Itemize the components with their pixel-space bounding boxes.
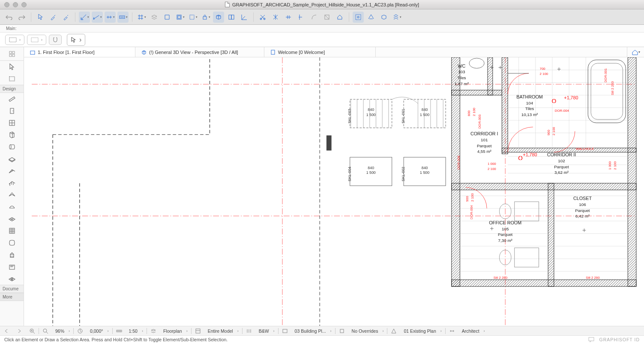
2d3d-button[interactable] — [213, 12, 224, 23]
marquee-tool[interactable] — [0, 73, 24, 85]
undo-button[interactable] — [3, 12, 15, 23]
fillet-button[interactable] — [309, 12, 320, 23]
grid-view-icon[interactable] — [9, 51, 15, 57]
minimize-window-icon[interactable] — [13, 2, 18, 7]
arrow-tool-selected[interactable]: › — [67, 34, 85, 46]
zoom-window-icon[interactable] — [21, 2, 27, 7]
overrides[interactable]: No Overrides› — [348, 326, 387, 335]
svg-rect-159 — [196, 329, 200, 333]
stair-tool[interactable] — [0, 165, 24, 177]
railing-tool[interactable] — [0, 177, 24, 189]
svg-text:Tiles: Tiles — [525, 106, 534, 111]
main-toolbar: ▾ ▾ ▾ ▾ ▾ ▾ ▾ ▾ ▾ — [0, 9, 644, 25]
pen-set[interactable]: B&W› — [255, 326, 278, 335]
svg-text:10,13 m²: 10,13 m² — [521, 112, 538, 117]
snap-point-button[interactable]: ▾ — [92, 12, 103, 23]
adjust-button[interactable] — [283, 12, 294, 23]
nav-back[interactable] — [0, 326, 13, 335]
snap-guide-button[interactable]: ▾ — [105, 12, 116, 23]
magnet-toggle[interactable] — [49, 35, 62, 45]
lock-button[interactable]: ▾ — [200, 12, 211, 23]
dimension-button[interactable]: ▾ — [117, 12, 129, 23]
close-window-icon[interactable] — [4, 2, 9, 7]
zoom-fit[interactable] — [39, 326, 52, 335]
model-filter[interactable]: Entire Model› — [204, 326, 242, 335]
layers-button[interactable] — [149, 12, 160, 23]
window-button[interactable]: ▾ — [174, 12, 186, 23]
svg-rect-153 — [515, 248, 539, 267]
roof-tool[interactable] — [0, 189, 24, 201]
skylight-tool[interactable] — [0, 213, 24, 225]
object-tool[interactable] — [0, 249, 24, 261]
ruler-button[interactable]: ▾ — [79, 12, 90, 23]
orientation-icon[interactable] — [74, 326, 87, 335]
svg-text:+1,780: +1,780 — [523, 152, 537, 157]
window-tool[interactable] — [0, 117, 24, 129]
split-button[interactable] — [270, 12, 281, 23]
teamwork-button[interactable] — [353, 12, 364, 23]
trace-button[interactable] — [162, 12, 173, 23]
grid-button[interactable]: ▾ — [136, 12, 147, 23]
morph-tool[interactable] — [0, 237, 24, 249]
brand-id[interactable]: GRAPHISOFT ID — [599, 337, 640, 342]
messaging-icon[interactable] — [588, 337, 594, 342]
home-button[interactable] — [334, 12, 345, 23]
cut-button[interactable] — [257, 12, 268, 23]
svg-text:840: 840 — [422, 166, 428, 170]
tab-home-button[interactable]: ▾ — [627, 47, 644, 57]
tab-welcome[interactable]: Welcome [0 Welcome] — [264, 47, 376, 57]
material-button[interactable] — [226, 12, 237, 23]
svg-rect-25 — [10, 254, 14, 257]
renovation-button[interactable] — [365, 12, 377, 23]
tab-3d-view[interactable]: (!) General 3D View - Perspective [3D / … — [135, 47, 264, 57]
dim-standard-icon[interactable] — [446, 326, 458, 335]
column-tool[interactable] — [0, 129, 24, 141]
room-label-corr2: CORRIDOR II 102 Parquet 3,62 m² — [547, 152, 576, 175]
intersect-button[interactable] — [296, 12, 307, 23]
svg-text:2 100: 2 100 — [613, 161, 617, 170]
nav-forward[interactable] — [13, 326, 26, 335]
pen-set-icon[interactable] — [243, 326, 255, 335]
room-label-corr1: CORRIDOR I 101 Parquet 4,55 m² — [470, 131, 498, 154]
zoom-extents[interactable] — [26, 326, 39, 335]
zone-tool[interactable] — [0, 261, 24, 273]
selection-mode-dropdown[interactable]: › — [27, 35, 46, 45]
scale-value[interactable]: 1:50› — [126, 326, 147, 335]
orientation-value[interactable]: 0,000°› — [87, 326, 112, 335]
mvo-icon[interactable] — [279, 326, 291, 335]
svg-text:2 100: 2 100 — [540, 72, 548, 76]
mesh-tool[interactable] — [0, 273, 24, 285]
document-icon — [225, 2, 230, 7]
slab-tool[interactable] — [0, 153, 24, 165]
zoom-level[interactable]: 96%› — [52, 326, 73, 335]
renovation-filter[interactable]: 01 Existing Plan› — [400, 326, 445, 335]
redo-button[interactable] — [16, 12, 27, 23]
svg-text:DOR-004: DOR-004 — [470, 205, 473, 219]
inject-button[interactable] — [60, 12, 72, 23]
beam-tool[interactable] — [0, 141, 24, 153]
svg-rect-7 — [231, 15, 234, 19]
mvo[interactable]: 03 Building Pl...› — [291, 326, 335, 335]
shell-tool[interactable] — [0, 201, 24, 213]
wall-tool[interactable] — [0, 93, 24, 105]
drawing-canvas[interactable]: SKL-003 840 1 500 SKL-001 840 1 500 SKL-… — [24, 57, 644, 326]
eyedropper-button[interactable] — [48, 12, 59, 23]
favorites-button[interactable]: ▾ — [391, 12, 402, 23]
curtainwall-tool[interactable] — [0, 225, 24, 237]
layer-combo-icon[interactable] — [147, 326, 160, 335]
renovation-filter-icon[interactable] — [387, 326, 400, 335]
pick-button[interactable] — [35, 12, 46, 23]
dim-standard[interactable]: Architect› — [458, 326, 488, 335]
marquee-button[interactable]: ▾ — [187, 12, 198, 23]
arrow-tool[interactable] — [0, 61, 24, 73]
resize-button[interactable] — [321, 12, 332, 23]
door-tool[interactable] — [0, 105, 24, 117]
overrides-icon[interactable] — [335, 326, 348, 335]
coord-button[interactable] — [239, 12, 250, 23]
classify-button[interactable] — [378, 12, 389, 23]
marquee-mode-dropdown[interactable]: › — [5, 35, 24, 45]
layer-combo[interactable]: Floorplan› — [160, 326, 191, 335]
tab-first-floor[interactable]: 1. First Floor [1. First Floor] — [24, 47, 135, 57]
scale-icon[interactable] — [113, 326, 126, 335]
model-filter-icon[interactable] — [192, 326, 204, 335]
